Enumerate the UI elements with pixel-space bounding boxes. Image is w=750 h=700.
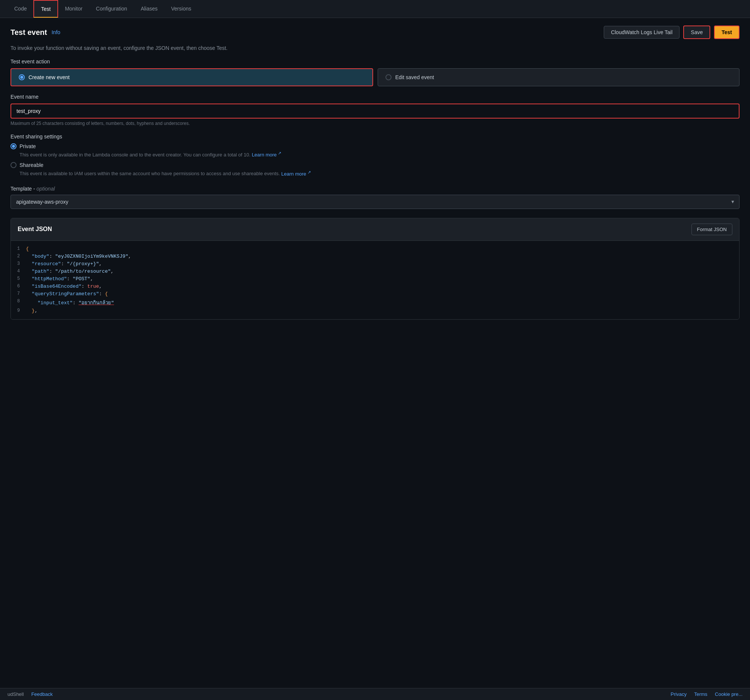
- bottom-shell: udShell: [8, 691, 24, 697]
- cookie-link[interactable]: Cookie pre...: [715, 691, 742, 697]
- json-header: Event JSON Format JSON: [11, 218, 739, 241]
- radio-circle-edit: [386, 74, 392, 80]
- test-button[interactable]: Test: [714, 26, 739, 39]
- terms-link[interactable]: Terms: [694, 691, 707, 697]
- tab-test[interactable]: Test: [33, 0, 58, 18]
- sharing-private-radio: [11, 143, 17, 149]
- bottom-left: udShell Feedback: [8, 691, 52, 697]
- sharing-shareable-radio: [11, 162, 17, 168]
- event-name-input[interactable]: [11, 103, 739, 118]
- event-sharing-section: Event sharing settings Private This even…: [11, 134, 739, 177]
- event-name-helper: Maximum of 25 characters consisting of l…: [11, 121, 739, 126]
- tab-code[interactable]: Code: [8, 0, 33, 18]
- json-line-1: 1 {: [11, 245, 739, 253]
- test-event-action-label: Test event action: [11, 58, 739, 65]
- radio-circle-create: [19, 74, 25, 80]
- main-content: Test event Info CloudWatch Logs Live Tai…: [0, 18, 750, 688]
- template-select-wrapper: apigateway-aws-proxy hello-world s3-put …: [11, 195, 739, 209]
- json-line-5: 5 "httpMethod": "POST",: [11, 275, 739, 283]
- json-line-4: 4 "path": "/path/to/resource",: [11, 268, 739, 275]
- feedback-link[interactable]: Feedback: [31, 691, 52, 697]
- cloudwatch-button[interactable]: CloudWatch Logs Live Tail: [604, 26, 679, 38]
- bottom-bar: udShell Feedback Privacy Terms Cookie pr…: [0, 688, 750, 700]
- sharing-shareable-label: Shareable: [20, 162, 43, 168]
- sharing-private-row: Private: [11, 143, 739, 149]
- save-button[interactable]: Save: [683, 26, 710, 39]
- json-line-8: 8 "input_text": "อยากกินกล้วย": [11, 298, 739, 307]
- radio-edit-saved[interactable]: Edit saved event: [378, 68, 739, 86]
- section-header: Test event Info CloudWatch Logs Live Tai…: [11, 26, 739, 39]
- template-select[interactable]: apigateway-aws-proxy hello-world s3-put: [11, 195, 739, 209]
- sharing-private-label: Private: [20, 143, 36, 149]
- radio-edit-saved-label: Edit saved event: [395, 74, 434, 80]
- json-title: Event JSON: [18, 226, 52, 232]
- header-buttons: CloudWatch Logs Live Tail Save Test: [604, 26, 739, 39]
- test-event-action-group: Create new event Edit saved event: [11, 68, 739, 86]
- private-learn-more[interactable]: Learn more ↗: [252, 152, 281, 158]
- privacy-link[interactable]: Privacy: [670, 691, 687, 697]
- event-name-section: Event name Maximum of 25 characters cons…: [11, 94, 739, 126]
- event-json-section: Event JSON Format JSON 1 { 2 "body": "ey…: [11, 218, 739, 320]
- sharing-shareable-option[interactable]: Shareable This event is available to IAM…: [11, 162, 739, 176]
- json-editor[interactable]: 1 { 2 "body": "eyJ0ZXN0IjoiYm9keVNKSJ9",…: [11, 241, 739, 319]
- json-scroll-area[interactable]: 1 { 2 "body": "eyJ0ZXN0IjoiYm9keVNKSJ9",…: [11, 241, 739, 319]
- tab-monitor[interactable]: Monitor: [58, 0, 89, 18]
- radio-create-new[interactable]: Create new event: [11, 68, 373, 86]
- tab-configuration[interactable]: Configuration: [89, 0, 134, 18]
- sharing-private-option[interactable]: Private This event is only available in …: [11, 143, 739, 158]
- radio-create-new-label: Create new event: [29, 74, 70, 80]
- json-line-6: 6 "isBase64Encoded": true,: [11, 283, 739, 290]
- bottom-right: Privacy Terms Cookie pre...: [670, 691, 742, 697]
- sharing-private-desc: This event is only available in the Lamb…: [11, 151, 739, 158]
- tab-bar: Code Test Monitor Configuration Aliases …: [0, 0, 750, 18]
- tab-aliases[interactable]: Aliases: [134, 0, 164, 18]
- tab-versions[interactable]: Versions: [164, 0, 198, 18]
- template-section: Template - optional apigateway-aws-proxy…: [11, 186, 739, 209]
- json-line-9: 9 },: [11, 307, 739, 315]
- shareable-learn-more[interactable]: Learn more ↗: [281, 171, 311, 177]
- description-text: To invoke your function without saving a…: [11, 45, 739, 51]
- section-title-group: Test event Info: [11, 28, 60, 37]
- sharing-shareable-desc: This event is available to IAM users wit…: [11, 169, 739, 176]
- sharing-label: Event sharing settings: [11, 134, 739, 140]
- sharing-shareable-row: Shareable: [11, 162, 739, 168]
- page-title: Test event: [11, 28, 47, 37]
- json-line-3: 3 "resource": "/{proxy+}",: [11, 260, 739, 268]
- format-json-button[interactable]: Format JSON: [692, 223, 732, 235]
- event-name-label: Event name: [11, 94, 739, 100]
- info-link[interactable]: Info: [51, 29, 60, 35]
- json-line-7: 7 "queryStringParameters": {: [11, 290, 739, 298]
- json-line-2: 2 "body": "eyJ0ZXN0IjoiYm9keVNKSJ9",: [11, 253, 739, 260]
- template-label: Template - optional: [11, 186, 739, 192]
